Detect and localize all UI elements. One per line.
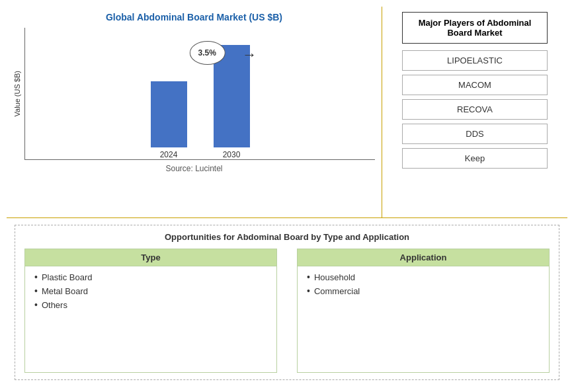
top-section: Global Abdominal Board Market (US $B) Va…	[7, 7, 567, 218]
chart-area: Global Abdominal Board Market (US $B) Va…	[7, 7, 382, 217]
bullet-household: •	[307, 272, 310, 282]
type-item-plastic: • Plastic Board	[34, 272, 267, 282]
bullet-plastic: •	[34, 272, 38, 282]
player-item-recova: RECOVA	[402, 99, 548, 120]
cagr-arrow: →	[242, 46, 257, 63]
players-area: Major Players of Abdominal Board Market …	[382, 7, 567, 217]
cagr-annotation: 3.5% →	[189, 41, 225, 65]
chart-inner: 3.5% → 2024	[24, 28, 375, 160]
type-item-others: • Others	[34, 299, 267, 310]
opportunities-title: Opportunities for Abdominal Board by Typ…	[24, 232, 550, 242]
columns-row: Type • Plastic Board • Metal Board • Oth	[24, 249, 550, 373]
player-item-macom: MACOM	[402, 75, 548, 95]
bottom-section: Opportunities for Abdominal Board by Typ…	[7, 218, 567, 385]
application-header: Application	[298, 249, 549, 266]
source-text: Source: Lucintel	[165, 164, 222, 173]
bar-2024	[151, 81, 187, 147]
bar-group-2024: 2024	[151, 81, 187, 159]
application-column: Application • Household • Commercial	[297, 249, 550, 373]
bar-label-2024: 2024	[160, 150, 178, 159]
application-item-commercial: • Commercial	[307, 286, 540, 296]
y-axis-label: Value (US $B)	[13, 71, 21, 117]
application-item-household: • Household	[307, 272, 540, 282]
bar-label-2030: 2030	[223, 150, 241, 159]
application-content: • Household • Commercial	[298, 266, 549, 372]
cagr-bubble: 3.5%	[189, 41, 225, 65]
type-column: Type • Plastic Board • Metal Board • Oth	[24, 249, 277, 373]
player-item-keep: Keep	[402, 148, 548, 169]
main-container: Global Abdominal Board Market (US $B) Va…	[0, 0, 574, 392]
cagr-value: 3.5%	[198, 48, 216, 58]
bullet-metal: •	[34, 286, 38, 296]
bars-and-axes: 3.5% → 2024	[24, 28, 375, 160]
bullet-commercial: •	[307, 286, 310, 296]
chart-wrapper: Value (US $B) 3.5% →	[13, 28, 375, 160]
opportunities-box: Opportunities for Abdominal Board by Typ…	[15, 225, 559, 380]
players-title-box: Major Players of Abdominal Board Market	[402, 12, 548, 44]
type-item-metal: • Metal Board	[34, 286, 267, 296]
chart-title: Global Abdominal Board Market (US $B)	[106, 12, 282, 22]
player-item-lipoelastic: LIPOELASTIC	[402, 50, 548, 71]
type-header: Type	[25, 249, 276, 266]
player-item-dds: DDS	[402, 124, 548, 144]
bullet-others: •	[34, 299, 38, 310]
type-content: • Plastic Board • Metal Board • Others	[25, 266, 276, 372]
